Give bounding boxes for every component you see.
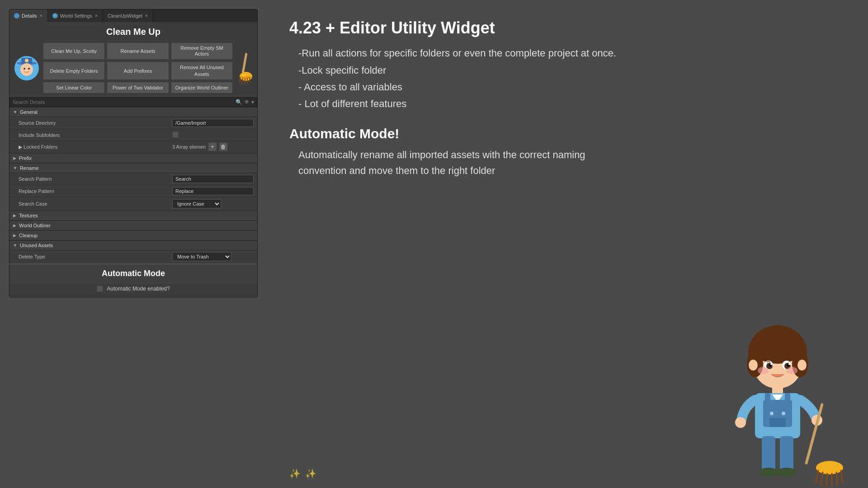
btn-row-1: Clean Me Up, Scotty Rename Assets Remove…	[43, 42, 233, 60]
details-icon	[14, 13, 19, 19]
textures-section-header[interactable]: Textures	[9, 211, 257, 221]
search-case-value: Ignore Case Case Sensitive	[172, 199, 254, 208]
textures-arrow	[13, 213, 16, 218]
tab-cleanup-widget[interactable]: CleanUpWidget ✕	[103, 9, 153, 22]
rename-assets-button[interactable]: Rename Assets	[107, 42, 169, 60]
unused-assets-label: Unused Assets	[20, 243, 53, 248]
world-outliner-arrow	[13, 223, 16, 228]
properties-scroll[interactable]: General Source Directory Include Subfold…	[9, 107, 257, 297]
delete-type-row: Delete Type Move to Trash Delete Permane…	[9, 250, 257, 263]
set-linear-color-button[interactable]: Set Linear Color	[43, 82, 105, 94]
eye-icon[interactable]: 👁	[244, 99, 250, 105]
unused-assets-section-header[interactable]: Unused Assets	[9, 240, 257, 250]
replace-pattern-row: Replace Pattern	[9, 185, 257, 197]
search-pattern-input[interactable]	[172, 175, 254, 183]
svg-point-39	[735, 417, 746, 428]
search-pattern-label: Search Pattern	[19, 176, 172, 182]
tab-bar: Details ✕ World Settings ✕ CleanUpWidget…	[9, 9, 257, 22]
auto-mode-section-header[interactable]: Automatic Mode	[9, 295, 257, 297]
search-bar: 🔍 👁 ▾	[9, 97, 257, 107]
tab-details[interactable]: Details ✕	[9, 9, 48, 22]
btn-row-3: Set Linear Color Power of Two Validator …	[43, 82, 233, 94]
rename-label: Rename	[20, 165, 39, 171]
delete-type-value: Move to Trash Delete Permanently	[172, 252, 254, 261]
tab-cleanup-close[interactable]: ✕	[145, 14, 148, 18]
svg-point-5	[28, 68, 30, 70]
svg-point-43	[759, 468, 778, 477]
feature-list: -Run all actions for specific folders or…	[289, 45, 845, 113]
feature-item-3: - Access to all variables	[298, 79, 845, 95]
svg-point-19	[749, 360, 758, 371]
search-case-select[interactable]: Ignore Case Case Sensitive	[172, 199, 221, 208]
source-directory-input[interactable]	[172, 119, 254, 127]
search-details-input[interactable]	[13, 99, 234, 105]
broom-icon	[236, 52, 254, 84]
power-of-two-validator-button[interactable]: Power of Two Validator	[107, 82, 169, 94]
editor-window: Details ✕ World Settings ✕ CleanUpWidget…	[9, 9, 258, 297]
feature-item-2: -Lock specific folder	[298, 62, 845, 79]
auto-mode-checkbox[interactable]	[97, 286, 103, 292]
right-panel: 4.23 + Editor Utility Widget -Run all ac…	[267, 0, 868, 488]
svg-rect-35	[785, 393, 790, 402]
svg-point-46	[816, 461, 843, 474]
svg-point-3	[20, 63, 33, 76]
source-directory-row: Source Directory	[9, 117, 257, 129]
locked-folders-label: ▶ Locked Folders	[19, 144, 172, 150]
tab-world-close[interactable]: ✕	[94, 14, 98, 18]
locked-folders-add-button[interactable]: +	[208, 143, 217, 151]
replace-pattern-label: Replace Pattern	[19, 188, 172, 194]
sparkle-icon-2: ✨	[305, 468, 316, 479]
rename-section-header[interactable]: Rename	[9, 163, 257, 173]
search-case-label: Search Case	[19, 201, 172, 206]
left-panel: Details ✕ World Settings ✕ CleanUpWidget…	[0, 0, 267, 488]
auto-mode-check-row: Automatic Mode enabled?	[9, 283, 257, 295]
prefix-section-header[interactable]: Prefix	[9, 153, 257, 163]
add-prefixes-button[interactable]: Add Prefixes	[107, 61, 169, 80]
svg-point-29	[758, 367, 769, 374]
general-section-header[interactable]: General	[9, 107, 257, 117]
include-subfolders-row: Include Subfolders	[9, 129, 257, 141]
feature-item-1: -Run all actions for specific folders or…	[298, 45, 845, 61]
remove-all-unused-assets-button[interactable]: Remove All Unused Assets	[171, 61, 233, 80]
tab-world-settings[interactable]: World Settings ✕	[48, 9, 103, 22]
prefix-arrow	[13, 156, 16, 160]
organize-world-outliner-button[interactable]: Organize World Outliner	[171, 82, 233, 94]
svg-line-51	[836, 472, 837, 486]
include-subfolders-checkbox[interactable]	[172, 131, 179, 138]
svg-line-12	[250, 77, 250, 83]
remove-empty-sm-actors-button[interactable]: Remove Empty SM Actors	[171, 42, 233, 60]
unused-assets-arrow	[13, 243, 17, 248]
automatic-mode-header: Automatic Mode	[9, 263, 257, 283]
svg-rect-6	[242, 53, 248, 73]
replace-pattern-input[interactable]	[172, 187, 254, 195]
btn-row-2: Delete Empty Folders Add Prefixes Remove…	[43, 61, 233, 80]
world-outliner-section-header[interactable]: World Outliner	[9, 221, 257, 230]
svg-line-49	[826, 473, 827, 487]
general-arrow	[13, 110, 17, 114]
auto-desc: Automatically rename all imported assets…	[289, 147, 606, 178]
clean-me-up-scotty-button[interactable]: Clean Me Up, Scotty	[43, 42, 105, 60]
delete-type-select[interactable]: Move to Trash Delete Permanently	[172, 252, 231, 261]
tab-details-label: Details	[22, 13, 37, 19]
cleanup-section-header[interactable]: Cleanup	[9, 230, 257, 240]
source-directory-value	[172, 119, 254, 127]
svg-point-30	[787, 367, 797, 374]
include-subfolders-label: Include Subfolders	[19, 132, 172, 138]
search-icon[interactable]: 🔍	[236, 99, 242, 105]
locked-folders-remove-button[interactable]: 🗑	[219, 143, 227, 151]
delete-empty-folders-button[interactable]: Delete Empty Folders	[43, 61, 105, 80]
textures-label: Textures	[19, 213, 38, 218]
chevron-down-icon[interactable]: ▾	[251, 99, 254, 105]
tab-details-close[interactable]: ✕	[39, 14, 43, 18]
rename-arrow	[13, 166, 17, 170]
world-outliner-label: World Outliner	[19, 223, 51, 228]
locked-folders-arrow[interactable]: ▶	[19, 144, 24, 150]
svg-point-28	[788, 363, 790, 365]
buttons-area: Clean Me Up, Scotty Rename Assets Remove…	[43, 42, 233, 94]
avatar-box	[13, 52, 40, 84]
tab-cleanup-label: CleanUpWidget	[108, 13, 142, 19]
svg-point-36	[770, 412, 774, 415]
locked-folders-row: ▶ Locked Folders 3 Array elemen + 🗑	[9, 141, 257, 153]
sparkle-icon-1: ✨	[289, 468, 301, 479]
svg-line-48	[821, 472, 823, 486]
